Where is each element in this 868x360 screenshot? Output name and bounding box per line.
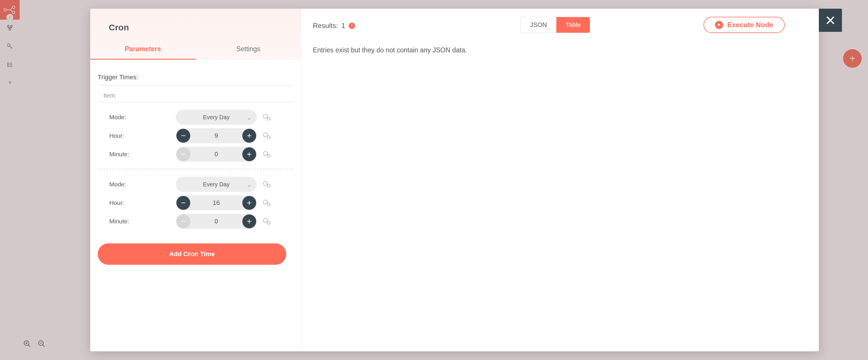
- mode-select[interactable]: Every Day: [176, 177, 257, 192]
- close-button[interactable]: [819, 9, 842, 32]
- trigger-item: Mode: Every Day Hour: − 9 +: [98, 102, 293, 169]
- mode-options-icon[interactable]: [260, 114, 274, 121]
- credentials-icon[interactable]: [6, 43, 13, 50]
- svg-point-0: [4, 9, 6, 11]
- minute-stepper[interactable]: − 0 +: [176, 214, 257, 229]
- svg-point-27: [267, 184, 270, 187]
- mode-value: Every Day: [203, 181, 229, 188]
- mode-options-icon[interactable]: [260, 181, 274, 188]
- minute-value[interactable]: 0: [191, 218, 242, 225]
- zoom-in-icon[interactable]: [23, 340, 31, 348]
- hour-stepper[interactable]: − 16 +: [176, 195, 257, 211]
- minute-increment[interactable]: +: [242, 215, 256, 228]
- chevron-down-icon: [248, 183, 252, 187]
- results-label: Results:: [313, 22, 338, 30]
- svg-point-29: [267, 203, 270, 206]
- close-icon: [825, 15, 836, 25]
- minute-options-icon[interactable]: [260, 218, 274, 225]
- panel-tabs: Parameters Settings: [90, 40, 301, 60]
- mode-label: Mode:: [109, 114, 176, 121]
- add-node-button[interactable]: +: [843, 49, 862, 68]
- svg-rect-5: [9, 29, 11, 30]
- tab-parameters[interactable]: Parameters: [90, 40, 196, 60]
- svg-rect-4: [11, 25, 12, 27]
- svg-point-28: [264, 200, 268, 204]
- hour-options-icon[interactable]: [260, 132, 274, 139]
- mode-label: Mode:: [109, 181, 176, 188]
- view-table-button[interactable]: Table: [556, 17, 590, 33]
- svg-point-22: [264, 133, 268, 137]
- minute-label: Minute:: [109, 151, 176, 158]
- hour-value[interactable]: 9: [191, 132, 242, 139]
- node-editor-modal: Cron Parameters Settings Trigger Times: …: [90, 9, 819, 351]
- execute-label: Execute Node: [727, 21, 773, 29]
- svg-point-8: [7, 64, 8, 65]
- svg-rect-3: [7, 25, 9, 27]
- trigger-times-label: Trigger Times:: [98, 68, 293, 85]
- svg-point-30: [264, 219, 268, 223]
- hour-increment[interactable]: +: [242, 129, 256, 143]
- svg-point-7: [7, 63, 8, 64]
- item-label: Item:: [98, 85, 293, 102]
- svg-point-31: [267, 221, 270, 224]
- minute-label: Minute:: [109, 218, 176, 225]
- minute-options-icon[interactable]: [260, 151, 274, 158]
- trigger-item: Mode: Every Day Hour: − 16 +: [98, 169, 293, 236]
- svg-point-21: [267, 117, 270, 120]
- svg-point-9: [7, 66, 8, 67]
- results-count-value: 1: [341, 22, 345, 30]
- minute-increment[interactable]: +: [242, 147, 256, 161]
- mode-value: Every Day: [203, 114, 229, 121]
- svg-line-14: [28, 345, 30, 347]
- tab-settings[interactable]: Settings: [196, 40, 301, 60]
- parameters-panel: Cron Parameters Settings Trigger Times: …: [90, 9, 301, 351]
- add-cron-time-button[interactable]: Add Cron Time: [98, 243, 286, 265]
- help-icon[interactable]: [6, 80, 13, 87]
- play-icon: [715, 21, 723, 29]
- execute-node-button[interactable]: Execute Node: [704, 17, 785, 33]
- app-logo[interactable]: ›: [0, 0, 20, 20]
- info-icon[interactable]: i: [349, 23, 355, 29]
- svg-point-26: [264, 182, 268, 186]
- workflows-icon[interactable]: [6, 24, 13, 31]
- svg-point-20: [264, 114, 268, 118]
- executions-icon[interactable]: [6, 61, 13, 68]
- hour-options-icon[interactable]: [260, 199, 274, 206]
- hour-decrement[interactable]: −: [176, 129, 190, 143]
- hour-increment[interactable]: +: [242, 196, 256, 210]
- results-count: Results: 1 i: [313, 22, 355, 30]
- results-panel: Results: 1 i JSON Table Execute Node Ent…: [301, 9, 819, 351]
- svg-point-24: [264, 151, 268, 156]
- results-message: Entries exist but they do not contain an…: [313, 35, 807, 54]
- hour-value[interactable]: 16: [191, 199, 242, 206]
- hour-stepper[interactable]: − 9 +: [176, 128, 257, 143]
- hour-label: Hour:: [109, 132, 176, 139]
- zoom-out-icon[interactable]: [38, 340, 46, 348]
- svg-line-18: [43, 345, 45, 347]
- sidebar-expand-icon[interactable]: ›: [6, 14, 13, 21]
- minute-value[interactable]: 0: [191, 150, 242, 158]
- logo-icon: [3, 5, 16, 14]
- mode-select[interactable]: Every Day: [176, 110, 257, 125]
- minute-decrement[interactable]: −: [176, 147, 190, 161]
- results-view-toggle: JSON Table: [521, 17, 590, 33]
- hour-label: Hour:: [109, 199, 176, 206]
- svg-point-23: [267, 136, 270, 139]
- svg-point-25: [267, 154, 270, 157]
- view-json-button[interactable]: JSON: [521, 17, 556, 33]
- svg-point-1: [12, 6, 15, 9]
- hour-decrement[interactable]: −: [176, 196, 190, 210]
- node-title: Cron: [90, 17, 301, 40]
- minute-stepper[interactable]: − 0 +: [176, 147, 257, 162]
- app-sidebar: ›: [0, 0, 20, 360]
- minute-decrement[interactable]: −: [176, 215, 190, 228]
- chevron-down-icon: [248, 115, 252, 119]
- svg-point-2: [12, 11, 15, 13]
